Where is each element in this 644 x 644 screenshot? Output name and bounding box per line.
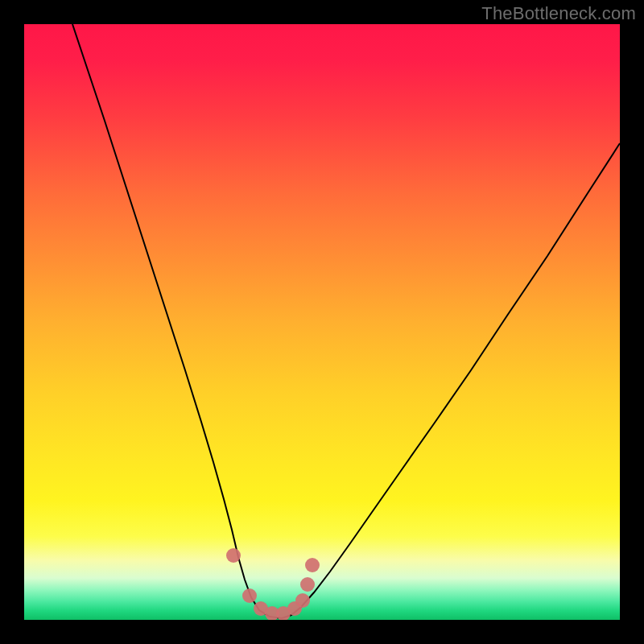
marker-point	[242, 588, 257, 603]
chart-frame: TheBottleneck.com	[0, 0, 644, 644]
highlight-markers-group	[226, 548, 320, 620]
bottleneck-curve	[72, 24, 620, 618]
marker-point	[300, 577, 315, 592]
plot-area	[24, 24, 620, 620]
marker-point	[226, 548, 241, 563]
marker-point	[295, 593, 310, 608]
curve-svg	[24, 24, 620, 620]
marker-point	[305, 558, 320, 572]
watermark-text: TheBottleneck.com	[481, 3, 636, 24]
